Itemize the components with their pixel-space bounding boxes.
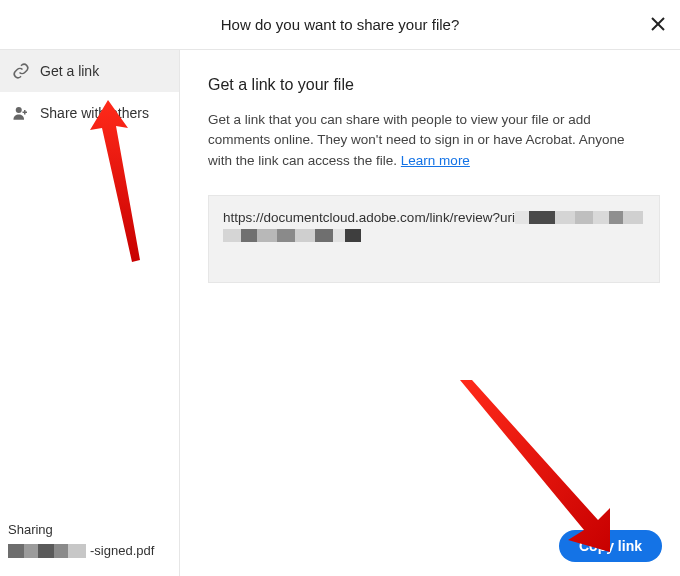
sharing-label: Sharing — [8, 522, 171, 537]
learn-more-link[interactable]: Learn more — [401, 153, 470, 168]
dialog-title: How do you want to share your file? — [221, 16, 459, 33]
svg-point-2 — [16, 107, 22, 113]
main-description: Get a link that you can share with peopl… — [208, 110, 648, 171]
copy-link-button[interactable]: Copy link — [559, 530, 662, 562]
dialog-header: How do you want to share your file? — [0, 0, 680, 50]
file-suffix: -signed.pdf — [90, 543, 154, 558]
link-icon — [12, 62, 30, 80]
link-url-text: https://documentcloud.adobe.com/link/rev… — [223, 210, 515, 225]
close-button[interactable] — [646, 12, 670, 36]
file-name-row: -signed.pdf — [8, 543, 171, 558]
main-title: Get a link to your file — [208, 76, 660, 94]
redacted-url-part-1 — [515, 211, 643, 224]
sidebar: Get a link Share with others Sharing — [0, 50, 180, 576]
sidebar-item-label: Share with others — [40, 105, 149, 121]
sidebar-item-label: Get a link — [40, 63, 99, 79]
sidebar-items: Get a link Share with others — [0, 50, 179, 512]
sidebar-item-share-others[interactable]: Share with others — [0, 92, 179, 134]
dialog-body: Get a link Share with others Sharing — [0, 50, 680, 576]
redacted-filename — [8, 544, 86, 558]
sidebar-item-get-link[interactable]: Get a link — [0, 50, 179, 92]
sidebar-footer: Sharing -signed.pdf — [0, 512, 179, 576]
close-icon — [650, 16, 666, 32]
link-url-box[interactable]: https://documentcloud.adobe.com/link/rev… — [208, 195, 660, 283]
redacted-url-part-2 — [223, 229, 361, 242]
main-panel: Get a link to your file Get a link that … — [180, 50, 680, 576]
person-add-icon — [12, 104, 30, 122]
